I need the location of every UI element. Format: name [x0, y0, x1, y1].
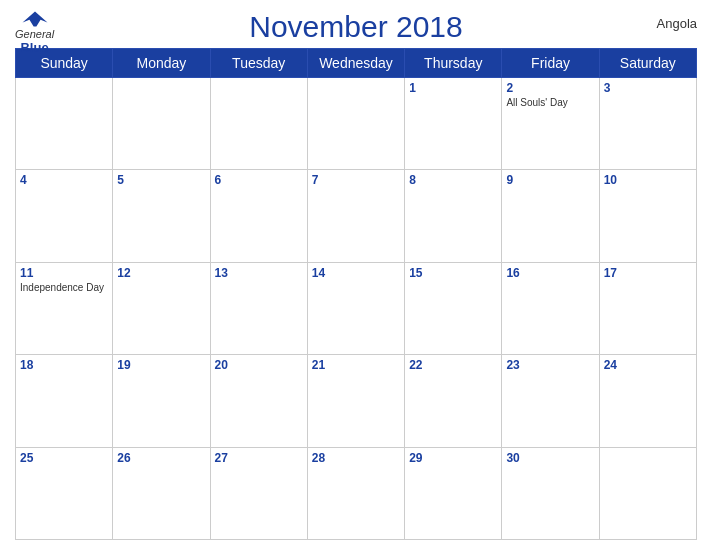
- day-number: 8: [409, 173, 497, 187]
- calendar-cell: 22: [405, 355, 502, 447]
- calendar-cell: 6: [210, 170, 307, 262]
- calendar-week-row: 252627282930: [16, 447, 697, 539]
- weekday-header-row: SundayMondayTuesdayWednesdayThursdayFrid…: [16, 49, 697, 78]
- calendar-cell: 18: [16, 355, 113, 447]
- day-number: 25: [20, 451, 108, 465]
- calendar-cell: 7: [307, 170, 404, 262]
- day-number: 12: [117, 266, 205, 280]
- day-number: 4: [20, 173, 108, 187]
- calendar-table: SundayMondayTuesdayWednesdayThursdayFrid…: [15, 48, 697, 540]
- month-title: November 2018: [249, 10, 462, 44]
- country-label: Angola: [657, 16, 697, 31]
- calendar-header: General Blue November 2018 Angola: [15, 10, 697, 44]
- day-number: 27: [215, 451, 303, 465]
- day-number: 29: [409, 451, 497, 465]
- calendar-cell: 14: [307, 262, 404, 354]
- holiday-label: All Souls' Day: [506, 97, 594, 108]
- day-number: 5: [117, 173, 205, 187]
- day-number: 14: [312, 266, 400, 280]
- calendar-cell: 30: [502, 447, 599, 539]
- day-number: 17: [604, 266, 692, 280]
- weekday-header-monday: Monday: [113, 49, 210, 78]
- calendar-cell: [599, 447, 696, 539]
- calendar-cell: 5: [113, 170, 210, 262]
- day-number: 6: [215, 173, 303, 187]
- day-number: 30: [506, 451, 594, 465]
- day-number: 15: [409, 266, 497, 280]
- day-number: 18: [20, 358, 108, 372]
- calendar-week-row: 12All Souls' Day3: [16, 78, 697, 170]
- calendar-cell: 29: [405, 447, 502, 539]
- logo-general-text: General: [15, 28, 54, 40]
- day-number: 3: [604, 81, 692, 95]
- weekday-header-friday: Friday: [502, 49, 599, 78]
- weekday-header-saturday: Saturday: [599, 49, 696, 78]
- calendar-cell: 3: [599, 78, 696, 170]
- weekday-header-thursday: Thursday: [405, 49, 502, 78]
- weekday-header-wednesday: Wednesday: [307, 49, 404, 78]
- day-number: 20: [215, 358, 303, 372]
- weekday-header-tuesday: Tuesday: [210, 49, 307, 78]
- calendar-week-row: 45678910: [16, 170, 697, 262]
- calendar-cell: 28: [307, 447, 404, 539]
- calendar-cell: 27: [210, 447, 307, 539]
- day-number: 7: [312, 173, 400, 187]
- logo-bird-icon: [21, 10, 49, 28]
- day-number: 21: [312, 358, 400, 372]
- calendar-cell: 24: [599, 355, 696, 447]
- calendar-week-row: 18192021222324: [16, 355, 697, 447]
- calendar-cell: 20: [210, 355, 307, 447]
- calendar-cell: 23: [502, 355, 599, 447]
- generalblue-logo: General Blue: [15, 10, 54, 55]
- svg-marker-0: [22, 11, 47, 26]
- calendar-cell: 26: [113, 447, 210, 539]
- day-number: 28: [312, 451, 400, 465]
- day-number: 16: [506, 266, 594, 280]
- day-number: 23: [506, 358, 594, 372]
- calendar-cell: 17: [599, 262, 696, 354]
- calendar-cell: [210, 78, 307, 170]
- calendar-cell: 25: [16, 447, 113, 539]
- holiday-label: Independence Day: [20, 282, 108, 293]
- calendar-cell: 10: [599, 170, 696, 262]
- day-number: 1: [409, 81, 497, 95]
- day-number: 13: [215, 266, 303, 280]
- calendar-cell: 4: [16, 170, 113, 262]
- calendar-cell: 13: [210, 262, 307, 354]
- calendar-cell: 11Independence Day: [16, 262, 113, 354]
- day-number: 26: [117, 451, 205, 465]
- calendar-cell: [16, 78, 113, 170]
- calendar-cell: 21: [307, 355, 404, 447]
- day-number: 22: [409, 358, 497, 372]
- calendar-cell: 2All Souls' Day: [502, 78, 599, 170]
- day-number: 9: [506, 173, 594, 187]
- day-number: 2: [506, 81, 594, 95]
- calendar-cell: 16: [502, 262, 599, 354]
- calendar-cell: [113, 78, 210, 170]
- logo-blue-text: Blue: [20, 40, 48, 55]
- calendar-cell: 15: [405, 262, 502, 354]
- calendar-cell: 8: [405, 170, 502, 262]
- day-number: 19: [117, 358, 205, 372]
- calendar-cell: 9: [502, 170, 599, 262]
- calendar-cell: 1: [405, 78, 502, 170]
- calendar-cell: 19: [113, 355, 210, 447]
- day-number: 24: [604, 358, 692, 372]
- calendar-cell: 12: [113, 262, 210, 354]
- day-number: 11: [20, 266, 108, 280]
- calendar-week-row: 11Independence Day121314151617: [16, 262, 697, 354]
- calendar-cell: [307, 78, 404, 170]
- day-number: 10: [604, 173, 692, 187]
